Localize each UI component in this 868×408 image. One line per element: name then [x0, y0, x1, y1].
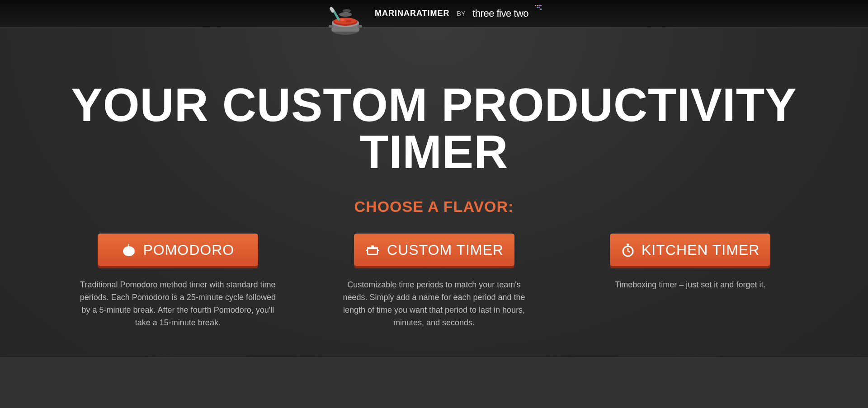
svg-rect-8 [358, 25, 362, 28]
kitchen-timer-description: Timeboxing timer – just set it and forge… [591, 279, 789, 291]
brand-dots-icon [535, 5, 543, 15]
flavor-row: POMODORO Traditional Pomodoro method tim… [79, 234, 789, 329]
hero-section: YOUR CUSTOM PRODUCTIVITY TIMER CHOOSE A … [0, 27, 868, 357]
brand-by-text: BY [457, 10, 466, 17]
kitchen-timer-button[interactable]: KITCHEN TIMER [610, 234, 770, 266]
svg-rect-22 [368, 249, 377, 254]
article-section: LIKE THE POMODORO TECHNIQUE, JUST A BIT … [0, 357, 868, 408]
kitchen-timer-button-label: KITCHEN TIMER [642, 242, 760, 258]
flavor-pomodoro: POMODORO Traditional Pomodoro method tim… [79, 234, 277, 329]
page-subtitle: CHOOSE A FLAVOR: [0, 198, 868, 216]
svg-rect-15 [538, 5, 540, 6]
top-bar: MARINARATIMER BY three five two [0, 0, 868, 27]
brand-logo[interactable]: MARINARATIMER BY three five two [325, 0, 543, 32]
tomato-icon [121, 242, 137, 258]
brand-company: three five two [472, 8, 528, 19]
svg-rect-21 [128, 244, 129, 246]
svg-point-6 [346, 20, 351, 23]
svg-rect-19 [540, 9, 542, 10]
custom-timer-button-label: CUSTOM TIMER [387, 242, 504, 258]
pomodoro-button[interactable]: POMODORO [98, 234, 258, 266]
svg-point-5 [340, 19, 344, 21]
page-title: YOUR CUSTOM PRODUCTIVITY TIMER [0, 81, 868, 175]
stopwatch-icon [621, 242, 635, 258]
svg-point-20 [123, 246, 135, 256]
custom-timer-description: Customizable time periods to match your … [335, 279, 533, 329]
pomodoro-button-label: POMODORO [143, 242, 234, 258]
svg-rect-28 [627, 244, 629, 245]
pot-icon [364, 242, 381, 258]
marinara-pot-icon [325, 5, 366, 41]
svg-rect-13 [535, 5, 536, 6]
custom-timer-button[interactable]: CUSTOM TIMER [354, 234, 514, 266]
brand-name: MARINARATIMER [375, 9, 450, 18]
flavor-custom: CUSTOM TIMER Customizable time periods t… [335, 234, 533, 329]
svg-rect-26 [371, 245, 374, 247]
svg-rect-14 [537, 5, 538, 6]
svg-rect-18 [537, 7, 538, 8]
svg-rect-7 [329, 25, 333, 28]
flavor-kitchen: KITCHEN TIMER Timeboxing timer – just se… [591, 234, 789, 329]
svg-point-12 [343, 9, 351, 13]
svg-rect-17 [538, 7, 540, 8]
pomodoro-description: Traditional Pomodoro method timer with s… [79, 279, 277, 329]
svg-line-31 [628, 251, 630, 252]
svg-rect-16 [540, 5, 542, 6]
svg-point-11 [339, 12, 352, 17]
